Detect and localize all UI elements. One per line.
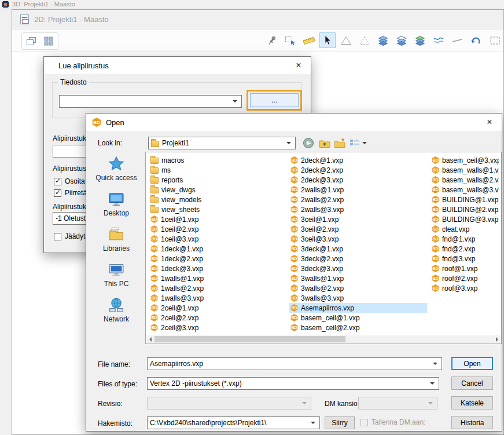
piirreta-checkbox[interactable] bbox=[54, 189, 61, 197]
close-icon[interactable]: × bbox=[292, 59, 305, 72]
layers-icon[interactable] bbox=[375, 32, 391, 48]
scroll-left-icon[interactable] bbox=[146, 335, 154, 343]
list-item[interactable]: BDbasem_walls@2.vxp bbox=[431, 175, 499, 185]
list-item[interactable]: reports bbox=[149, 175, 287, 185]
list-item[interactable]: BD3deck@1.vxp bbox=[289, 244, 427, 254]
list-item[interactable]: BDcleat.vxp bbox=[431, 224, 499, 234]
list-item[interactable]: BD2ceil@3.vxp bbox=[149, 323, 287, 332]
close-icon[interactable]: × bbox=[483, 116, 496, 129]
siirry-button[interactable]: Siirry bbox=[325, 416, 355, 429]
open-button[interactable]: Open bbox=[451, 357, 493, 370]
historia-button[interactable]: Historia bbox=[451, 416, 493, 429]
list-item[interactable]: BDBUILDING@3.vxp bbox=[431, 214, 499, 224]
layers-alt-icon[interactable] bbox=[393, 32, 410, 48]
list-item[interactable]: BDbasem_ceil@3.vxp bbox=[431, 155, 499, 165]
list-item[interactable]: BDfnd@3.vxp bbox=[431, 254, 499, 264]
list-item[interactable]: BD3ceil@1.vxp bbox=[289, 214, 427, 224]
ruler-icon[interactable] bbox=[301, 32, 317, 48]
outer-titlebar[interactable]: 3D: Projekti1 - Maasto bbox=[0, 0, 504, 9]
list-item[interactable]: BDfnd@1.vxp bbox=[431, 234, 499, 244]
back-button[interactable] bbox=[301, 136, 316, 150]
look-in-combobox[interactable]: Projekti1 bbox=[148, 137, 296, 149]
osoita-checkbox[interactable] bbox=[54, 178, 61, 185]
layers-green-icon[interactable] bbox=[412, 32, 428, 48]
sidebar-item-this-pc[interactable]: This PC bbox=[90, 261, 143, 288]
new-folder-button[interactable] bbox=[332, 136, 347, 150]
contour-lines-icon[interactable] bbox=[431, 32, 447, 48]
horizontal-scrollbar[interactable] bbox=[146, 335, 501, 343]
list-item[interactable]: BDbasem_ceil@2.vxp bbox=[289, 323, 427, 332]
select-area-icon[interactable] bbox=[282, 32, 299, 48]
list-item[interactable]: BDBUILDING@1.vxp bbox=[431, 195, 499, 204]
sidebar-item-desktop[interactable]: Desktop bbox=[90, 191, 143, 217]
list-item[interactable]: BD1walls@1.vxp bbox=[149, 273, 287, 283]
list-item[interactable]: BD3walls@1.vxp bbox=[289, 273, 427, 283]
list-item[interactable]: BD1ceil@1.vxp bbox=[149, 214, 287, 224]
list-item[interactable]: BDAsemapiirros.vxp bbox=[289, 303, 427, 313]
list-item[interactable]: BDbasem_walls@1.vxp bbox=[431, 165, 499, 175]
cursor-icon[interactable] bbox=[319, 32, 336, 48]
marquee-icon[interactable] bbox=[486, 32, 502, 48]
undo-icon[interactable] bbox=[468, 32, 484, 48]
list-item[interactable]: BD2walls@1.vxp bbox=[289, 185, 427, 195]
list-item[interactable]: BD2deck@1.vxp bbox=[289, 155, 427, 165]
line-icon[interactable] bbox=[449, 32, 465, 48]
list-item[interactable]: BD3ceil@2.vxp bbox=[289, 224, 427, 234]
list-item[interactable]: BD3walls@2.vxp bbox=[289, 283, 427, 293]
polygon-icon[interactable] bbox=[338, 32, 354, 48]
list-item[interactable]: BD2deck@3.vxp bbox=[289, 175, 427, 185]
scroll-right-icon[interactable] bbox=[493, 335, 501, 343]
up-one-level-button[interactable] bbox=[317, 136, 332, 150]
open-dialog-titlebar[interactable]: BD Open × bbox=[86, 114, 502, 131]
grid-view-icon[interactable] bbox=[40, 34, 57, 49]
katsele-button[interactable]: Katsele bbox=[451, 396, 493, 410]
sidebar-item-network[interactable]: Network bbox=[90, 297, 143, 323]
list-item[interactable]: BD2ceil@1.vxp bbox=[149, 303, 287, 313]
cascade-windows-icon[interactable] bbox=[23, 34, 40, 49]
list-item[interactable]: BD3deck@3.vxp bbox=[289, 264, 427, 273]
file-column-1: macrosmsreportsview_dwgsview_modelsview_… bbox=[149, 155, 287, 332]
list-item[interactable]: BD1ceil@2.vxp bbox=[149, 224, 287, 234]
list-item[interactable]: BDroof@1.vxp bbox=[431, 264, 499, 273]
list-item[interactable]: macros bbox=[149, 155, 287, 165]
file-list[interactable]: macrosmsreportsview_dwgsview_modelsview_… bbox=[145, 152, 502, 344]
list-item[interactable]: BD1ceil@3.vxp bbox=[149, 234, 287, 244]
sidebar-item-libraries[interactable]: Libraries bbox=[90, 226, 143, 253]
list-item[interactable]: view_sheets bbox=[149, 204, 287, 214]
list-item[interactable]: BD2walls@3.vxp bbox=[289, 204, 427, 214]
list-item[interactable]: BDfnd@2.vxp bbox=[431, 244, 499, 254]
list-item[interactable]: BDbasem_walls@3.vxp bbox=[431, 185, 499, 195]
list-item[interactable]: BD1deck@1.vxp bbox=[149, 244, 287, 254]
list-item[interactable]: BD2walls@2.vxp bbox=[289, 195, 427, 204]
list-item[interactable]: BD1walls@2.vxp bbox=[149, 283, 287, 293]
list-item[interactable]: view_models bbox=[149, 195, 287, 204]
sidebar-item-quick-access[interactable]: Quick access bbox=[90, 155, 143, 182]
list-item[interactable]: BDroof@3.vxp bbox=[431, 283, 499, 293]
file-name-combobox[interactable]: Asemapiirros.vxp bbox=[147, 357, 442, 370]
child-titlebar[interactable]: 2D: Projekti1 - Maasto bbox=[12, 10, 503, 30]
list-item[interactable]: BDBUILDING@2.vxp bbox=[431, 204, 499, 214]
list-item[interactable]: BD3walls@3.vxp bbox=[289, 293, 427, 303]
list-item[interactable]: ms bbox=[149, 165, 287, 175]
list-item[interactable]: BDbasem_ceil@1.vxp bbox=[289, 313, 427, 323]
list-item[interactable]: BD1walls@3.vxp bbox=[149, 293, 287, 303]
browse-button[interactable]: ... bbox=[250, 93, 299, 107]
view-menu-button[interactable] bbox=[347, 136, 368, 150]
polygon-dashed-icon[interactable] bbox=[356, 32, 373, 48]
files-of-type-combobox[interactable]: Vertex 2D -piirustukset (*.vxp) bbox=[147, 377, 439, 390]
list-item[interactable]: view_dwgs bbox=[149, 185, 287, 195]
list-item[interactable]: BD2deck@2.vxp bbox=[289, 165, 427, 175]
list-item[interactable]: BD2ceil@2.vxp bbox=[149, 313, 287, 323]
list-item[interactable]: BDroof@2.vxp bbox=[431, 273, 499, 283]
list-item[interactable]: BD3ceil@3.vxp bbox=[289, 234, 427, 244]
scrollbar-thumb[interactable] bbox=[154, 336, 345, 342]
jaadyta-checkbox[interactable] bbox=[54, 233, 61, 240]
cancel-button[interactable]: Cancel bbox=[451, 376, 493, 390]
pin-icon[interactable] bbox=[264, 32, 280, 48]
list-item[interactable]: BD1deck@2.vxp bbox=[149, 254, 287, 264]
lue-dialog-titlebar[interactable]: Lue alipiirustus × bbox=[44, 57, 311, 74]
hakemisto-combobox[interactable]: C:\Vxbd240\shared\projects\Projekti1\ bbox=[147, 416, 320, 429]
list-item[interactable]: BD1deck@3.vxp bbox=[149, 264, 287, 273]
tiedosto-combobox[interactable] bbox=[59, 95, 242, 108]
list-item[interactable]: BD3deck@2.vxp bbox=[289, 254, 427, 264]
